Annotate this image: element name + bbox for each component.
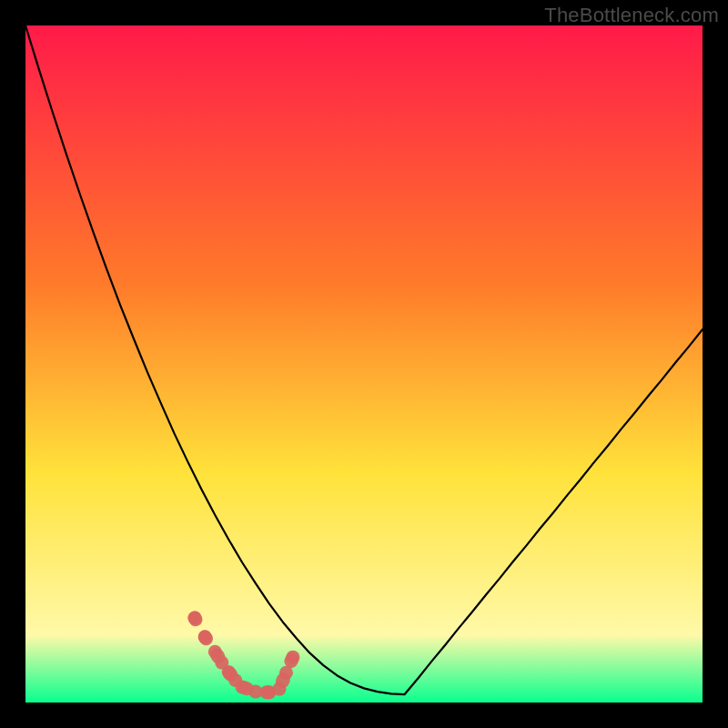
svg-rect-0 (25, 25, 703, 703)
chart-frame: TheBottleneck.com (0, 0, 728, 728)
svg-point-12 (286, 651, 299, 664)
svg-point-11 (279, 666, 293, 680)
svg-point-2 (198, 630, 212, 643)
svg-point-7 (236, 680, 249, 693)
svg-point-10 (273, 682, 287, 696)
svg-point-1 (188, 612, 202, 625)
watermark-text: TheBottleneck.com (544, 4, 719, 27)
svg-point-8 (248, 685, 262, 699)
bottleneck-plot (25, 25, 703, 703)
chart-svg (25, 25, 703, 703)
